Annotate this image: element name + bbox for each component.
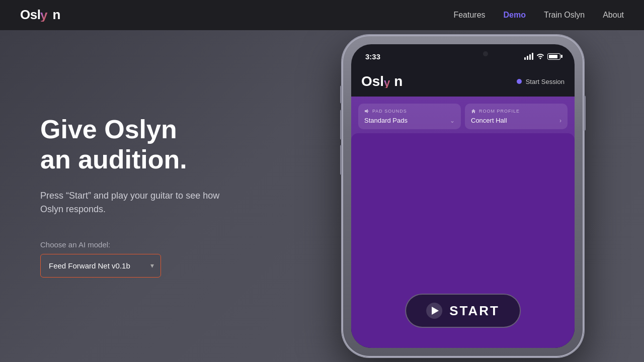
start-button[interactable]: START	[405, 294, 521, 328]
start-button-container: START	[405, 294, 521, 328]
right-panel: 3:33	[282, 25, 644, 362]
navbar: Oslyn Features Demo Train Oslyn About	[0, 0, 644, 30]
speaker-icon	[364, 109, 369, 114]
controls-row: PAD SOUNDS Standard Pads ⌄	[351, 97, 575, 133]
nav-train[interactable]: Train Oslyn	[544, 11, 585, 20]
battery-icon	[547, 53, 560, 60]
svg-marker-3	[471, 109, 475, 113]
power-button	[584, 96, 586, 131]
status-icons	[524, 50, 560, 61]
room-profile-card[interactable]: ROOM PROFILE Concert Hall ›	[465, 104, 568, 129]
nav-links: Features Demo Train Oslyn About	[453, 11, 624, 20]
app-content: PAD SOUNDS Standard Pads ⌄	[351, 97, 575, 348]
model-select-wrapper: Feed Forward Net v0.1b Recurrent Net v0.…	[40, 254, 161, 278]
pad-sounds-card[interactable]: PAD SOUNDS Standard Pads ⌄	[358, 104, 461, 129]
svg-text:y: y	[384, 76, 390, 88]
start-session-label: Start Session	[526, 78, 565, 85]
pad-sounds-value: Standard Pads	[364, 117, 408, 124]
start-label: START	[449, 303, 500, 319]
model-select[interactable]: Feed Forward Net v0.1b Recurrent Net v0.…	[40, 254, 161, 278]
logo-text: Oslyn	[20, 7, 60, 24]
pad-sounds-chevron-icon: ⌄	[450, 117, 455, 124]
svg-marker-2	[365, 109, 368, 113]
home-icon	[471, 109, 476, 114]
subtext: Press “Start” and play your guitar to se…	[40, 189, 242, 216]
svg-text:y: y	[40, 8, 48, 22]
model-label: Choose an AI model:	[40, 240, 242, 249]
play-triangle-icon	[432, 307, 439, 315]
volume-up-button	[340, 110, 342, 140]
status-time: 3:33	[365, 50, 380, 61]
headline: Give Oslyn an audition.	[40, 115, 242, 175]
visualizer-area: START	[351, 133, 575, 348]
session-dot-icon	[517, 79, 522, 84]
play-icon	[426, 303, 442, 319]
nav-about[interactable]: About	[603, 11, 624, 20]
wifi-icon	[536, 52, 544, 61]
nav-demo[interactable]: Demo	[504, 11, 526, 20]
mute-button	[340, 85, 342, 104]
room-profile-label: ROOM PROFILE	[479, 109, 520, 114]
phone-notch	[423, 44, 503, 59]
left-panel: Give Oslyn an audition. Press “Start” an…	[0, 84, 282, 308]
volume-down-button	[340, 145, 342, 175]
signal-bars-icon	[524, 53, 533, 60]
phone-frame: 3:33	[342, 35, 584, 357]
nav-features[interactable]: Features	[453, 11, 485, 20]
app-logo: Oslyn	[361, 73, 403, 89]
main-content: Give Oslyn an audition. Press “Start” an…	[0, 30, 644, 362]
logo-n-icon: y	[40, 8, 52, 22]
room-profile-chevron-icon: ›	[559, 117, 561, 124]
logo: Oslyn	[20, 7, 60, 24]
phone-mockup: 3:33	[340, 35, 586, 362]
phone-screen: 3:33	[351, 44, 575, 348]
start-session-button[interactable]: Start Session	[517, 78, 565, 85]
app-header: Oslyn Start Session	[351, 66, 575, 97]
room-profile-value: Concert Hall	[471, 117, 507, 124]
pad-sounds-label: PAD SOUNDS	[372, 109, 407, 114]
